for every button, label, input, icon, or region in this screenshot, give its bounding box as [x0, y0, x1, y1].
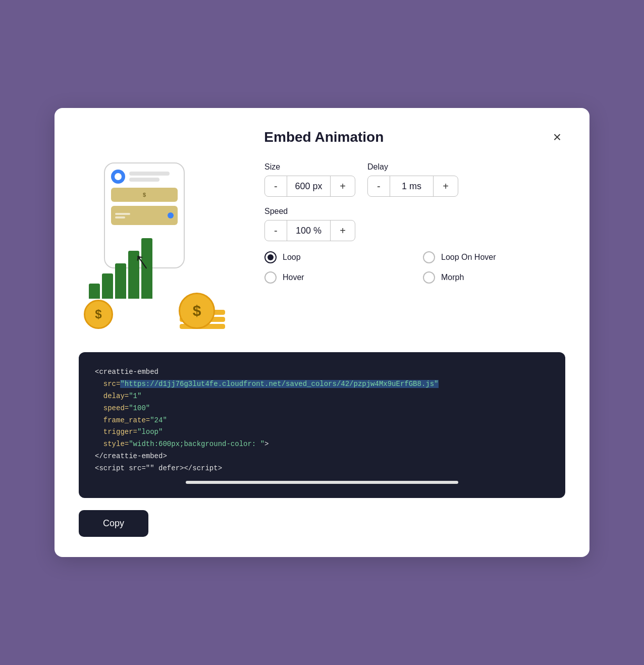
- close-button[interactable]: ×: [549, 128, 565, 146]
- amount-box: [111, 188, 178, 202]
- size-value: 600 px: [287, 181, 331, 192]
- delay-increase-button[interactable]: +: [434, 176, 458, 196]
- radio-morph-circle: [423, 271, 435, 284]
- speed-increase-button[interactable]: +: [331, 220, 355, 241]
- card-illustration: [111, 206, 178, 225]
- code-line-7: style="width:600px;background-color: ">: [95, 438, 549, 451]
- size-decrease-button[interactable]: -: [265, 176, 287, 196]
- radio-morph[interactable]: Morph: [423, 271, 565, 284]
- speed-decrease-button[interactable]: -: [265, 220, 287, 241]
- delay-value: 1 ms: [390, 181, 434, 192]
- radio-hover[interactable]: Hover: [264, 271, 407, 284]
- avatar-icon: [111, 170, 125, 184]
- code-line-2: src="https://d1jj76g3lut4fe.cloudfront.n…: [95, 378, 549, 391]
- radio-morph-label: Morph: [441, 273, 464, 282]
- coin-left-icon: $: [84, 300, 113, 329]
- radio-hover-label: Hover: [283, 273, 304, 282]
- code-line-6: trigger="loop": [95, 426, 549, 438]
- illustration: ↑ $ $: [84, 162, 235, 334]
- radio-loop-label: Loop: [283, 253, 301, 262]
- radio-loop-on-hover-circle: [423, 251, 435, 263]
- controls-area: Size - 600 px + Delay - 1 ms: [264, 162, 565, 284]
- code-block: <creattie-embed src="https://d1jj76g3lut…: [79, 352, 565, 497]
- code-line-4: speed="100": [95, 403, 549, 415]
- size-delay-row: Size - 600 px + Delay - 1 ms: [264, 162, 565, 197]
- code-line-5: frame_rate="24": [95, 415, 549, 427]
- radio-loop-on-hover-label: Loop On Hover: [441, 253, 496, 262]
- modal-body: ↑ $ $ Size -: [79, 162, 565, 334]
- scrollbar[interactable]: [186, 481, 458, 484]
- delay-decrease-button[interactable]: -: [368, 176, 390, 196]
- speed-row: Speed - 100 % +: [264, 207, 565, 241]
- code-line-8: </creattie-embed>: [95, 451, 549, 463]
- size-label: Size: [264, 162, 355, 172]
- coin-right-icon: $: [179, 293, 215, 329]
- speed-value: 100 %: [287, 226, 331, 236]
- modal-title: Embed Animation: [99, 129, 549, 145]
- delay-stepper: - 1 ms +: [367, 176, 458, 197]
- radio-loop[interactable]: Loop: [264, 251, 407, 263]
- copy-button[interactable]: Copy: [79, 510, 148, 537]
- trigger-radio-group: Loop Loop On Hover Hover Morph: [264, 251, 565, 284]
- code-line-1: <creattie-embed: [95, 366, 549, 378]
- speed-stepper: - 100 % +: [264, 220, 355, 241]
- radio-loop-circle: [264, 251, 277, 263]
- delay-label: Delay: [367, 162, 458, 172]
- size-control: Size - 600 px +: [264, 162, 355, 197]
- radio-hover-circle: [264, 271, 277, 284]
- radio-loop-on-hover[interactable]: Loop On Hover: [423, 251, 565, 263]
- size-stepper: - 600 px +: [264, 176, 355, 197]
- code-line-3: delay="1": [95, 391, 549, 403]
- delay-control: Delay - 1 ms +: [367, 162, 458, 197]
- modal-header: Embed Animation ×: [79, 128, 565, 146]
- speed-control: Speed - 100 % +: [264, 207, 355, 241]
- code-line-9: <script src="" defer></script>: [95, 463, 549, 475]
- size-increase-button[interactable]: +: [331, 176, 355, 196]
- speed-label: Speed: [264, 207, 355, 216]
- embed-animation-modal: Embed Animation ×: [55, 108, 589, 557]
- preview-area: ↑ $ $: [79, 162, 240, 334]
